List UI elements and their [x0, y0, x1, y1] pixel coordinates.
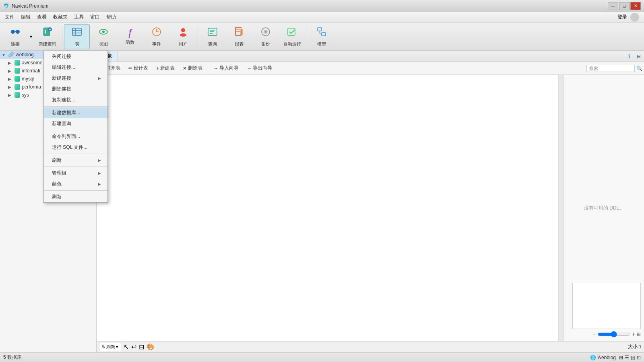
menu-file[interactable]: 文件: [2, 12, 18, 22]
user-button[interactable]: 用户: [170, 24, 196, 49]
connect-group: 连接 ▾: [2, 24, 34, 49]
function-label: 函数: [126, 39, 134, 45]
toolbar-separator-3: [307, 27, 307, 47]
grid-icon-small[interactable]: ⊞: [619, 355, 623, 360]
maximize-button[interactable]: □: [619, 2, 630, 10]
import-wizard-button[interactable]: → 导入向导: [210, 63, 242, 73]
view-button[interactable]: 视图: [91, 24, 116, 49]
svg-point-12: [102, 31, 105, 33]
new-table-label: 新建表: [160, 65, 175, 72]
function-button[interactable]: ƒ 函数: [117, 24, 143, 49]
cursor-icon[interactable]: ↖: [124, 343, 129, 351]
ctx-close-conn[interactable]: 关闭连接: [44, 51, 107, 62]
color-indicator[interactable]: 🎨: [147, 343, 155, 351]
db-icon-performance: [14, 84, 20, 90]
view-label: 视图: [99, 41, 108, 47]
ctx-new-db[interactable]: 新建数据库...: [44, 107, 107, 118]
zoom-slider[interactable]: [598, 331, 630, 337]
connect-button[interactable]: 连接: [2, 24, 28, 49]
large-icon-small[interactable]: ⊡: [637, 355, 641, 360]
refresh-button[interactable]: ↻ 刷新 ▾: [99, 343, 121, 351]
db-icon-mysql: [14, 76, 20, 82]
table-button[interactable]: 表: [64, 24, 90, 49]
export-wizard-label: 导出向导: [253, 65, 272, 72]
ctx-new-conn-label: 新建连接: [52, 75, 71, 82]
search-input[interactable]: [586, 65, 635, 72]
user-icon: [178, 26, 189, 39]
ctx-new-conn[interactable]: 新建连接 ▶: [44, 73, 107, 84]
db-name-performance: performa: [22, 84, 41, 90]
query-button[interactable]: 查询: [200, 24, 225, 49]
content-panel: 没有可用的 DDL。 − + ⊞: [97, 75, 644, 341]
ctx-refresh1[interactable]: 刷新 ▶: [44, 155, 107, 166]
db-arrow-information: ▶: [8, 69, 13, 73]
vertical-scrollbar[interactable]: [559, 75, 564, 341]
ctx-run-sql-label: 运行 SQL 文件...: [52, 144, 87, 151]
menu-tools[interactable]: 工具: [71, 12, 87, 22]
new-query-button[interactable]: f+ 新建查询: [35, 24, 60, 49]
size-label: 大小 1: [628, 343, 642, 350]
search-area: 🔍: [586, 65, 642, 72]
delete-table-button[interactable]: ✕ 删除表: [179, 63, 206, 73]
svg-rect-29: [322, 33, 326, 36]
search-icon[interactable]: 🔍: [636, 66, 642, 71]
ctx-color[interactable]: 颜色 ▶: [44, 179, 107, 189]
new-table-button[interactable]: + 新建表: [153, 63, 178, 73]
model-button[interactable]: 模型: [309, 24, 334, 49]
statusbar-right: ⊞ ☰ ▤ ⊡: [619, 355, 641, 360]
design-table-button[interactable]: ✏ 设计表: [125, 63, 152, 73]
menu-edit[interactable]: 编辑: [18, 12, 34, 22]
delete-table-icon: ✕: [183, 66, 187, 71]
zoom-in-button[interactable]: +: [632, 331, 635, 338]
ctx-edit-conn[interactable]: 编辑连接...: [44, 62, 107, 73]
table-icon: [71, 26, 83, 39]
login-link[interactable]: 登录: [617, 14, 627, 21]
export-wizard-button[interactable]: → 导出向导: [243, 63, 276, 73]
minimize-button[interactable]: ─: [608, 2, 618, 10]
svg-rect-2: [14, 31, 17, 32]
connection-icon: 🔗: [8, 52, 14, 58]
statusbar: 5 数据库 🌐 webblog ⊞ ☰ ▤ ⊡: [0, 352, 644, 362]
ctx-del-conn[interactable]: 删除连接: [44, 84, 107, 95]
db-icon-awesome: [14, 60, 20, 66]
panel-toggle-icon[interactable]: ⊟: [634, 53, 644, 59]
menu-view[interactable]: 查看: [34, 12, 50, 22]
autorun-button[interactable]: 自动运行: [279, 24, 305, 49]
connection-status: 🌐 webblog: [590, 355, 616, 360]
toolbar-separator-2: [198, 27, 198, 47]
view-icon: [98, 26, 109, 39]
menu-help[interactable]: 帮助: [103, 12, 119, 22]
content-toolbar: □ 打开表 ✏ 设计表 + 新建表 ✕ 删除表 → 导入向导 → 导出: [97, 62, 644, 75]
redo-icon[interactable]: ↩: [131, 343, 136, 351]
info-icon[interactable]: ℹ: [625, 53, 634, 59]
new-table-icon: +: [156, 66, 159, 71]
context-menu: 关闭连接 编辑连接... 新建连接 ▶ 删除连接 复制连接... 新建数据库..…: [43, 51, 108, 203]
zoom-out-button[interactable]: −: [592, 331, 596, 338]
list-icon-small[interactable]: ☰: [625, 355, 629, 360]
ctx-copy-conn[interactable]: 复制连接...: [44, 95, 107, 105]
toolbar: 连接 ▾ f+ 新建查询 表 视图 ƒ 函数 事件: [0, 23, 644, 51]
event-label: 事件: [152, 41, 161, 47]
svg-point-14: [181, 28, 185, 32]
import-wizard-label: 导入向导: [219, 65, 239, 72]
minus-icon[interactable]: ⊟: [139, 343, 144, 351]
connection-name: webblog: [598, 355, 616, 360]
ctx-cmd[interactable]: 命令列界面...: [44, 131, 107, 142]
menu-favorites[interactable]: 收藏夹: [50, 12, 71, 22]
backup-button[interactable]: 备份: [253, 24, 279, 49]
connect-arrow[interactable]: ▾: [28, 24, 34, 49]
fit-button[interactable]: ⊞: [637, 331, 641, 337]
ctx-manage-group[interactable]: 管理组 ▶: [44, 168, 107, 179]
close-button[interactable]: ✕: [630, 2, 641, 10]
detail-icon-small[interactable]: ▤: [631, 355, 635, 360]
query-label: 查询: [208, 41, 217, 47]
menu-window[interactable]: 窗口: [87, 12, 103, 22]
bottom-toolbar: ↻ 刷新 ▾ ↖ ↩ ⊟ 🎨 大小 1: [97, 341, 644, 352]
ctx-new-query[interactable]: 新建查询: [44, 118, 107, 129]
ctx-refresh2[interactable]: 刷新: [44, 191, 107, 202]
ctx-run-sql[interactable]: 运行 SQL 文件...: [44, 142, 107, 153]
connect-icon: [10, 26, 21, 39]
svg-rect-21: [240, 29, 243, 35]
report-button[interactable]: 报表: [226, 24, 252, 49]
event-button[interactable]: 事件: [144, 24, 169, 49]
